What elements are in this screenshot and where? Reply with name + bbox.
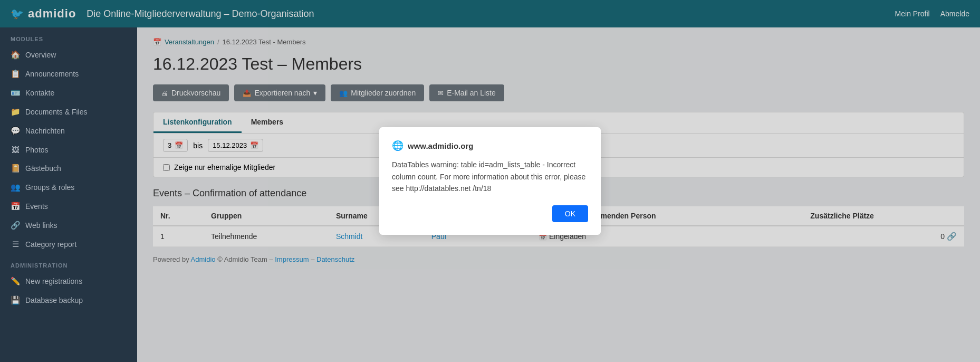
modal-body: DataTables warning: table id=adm_lists_t… [392, 159, 588, 194]
globe-icon: 🌐 [392, 140, 403, 151]
modal-header: 🌐 www.admidio.org [392, 140, 588, 151]
modal-ok-button[interactable]: OK [552, 205, 588, 222]
modal-dialog: 🌐 www.admidio.org DataTables warning: ta… [379, 127, 601, 234]
modal-overlay: 🌐 www.admidio.org DataTables warning: ta… [0, 0, 980, 362]
modal-footer: OK [392, 205, 588, 222]
modal-title: www.admidio.org [408, 141, 473, 150]
